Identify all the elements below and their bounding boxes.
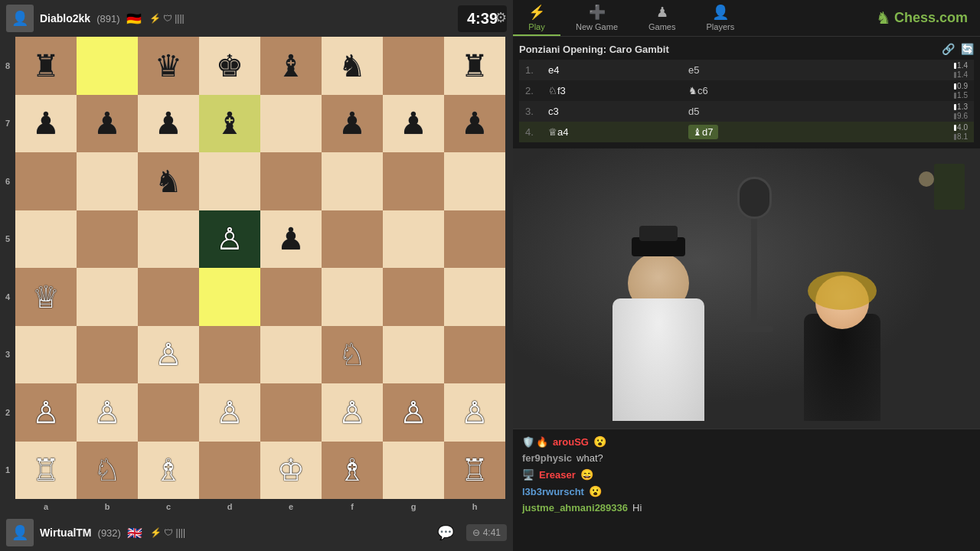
square-e7[interactable]: [260, 95, 322, 153]
square-c4[interactable]: [138, 268, 199, 326]
square-e3[interactable]: [260, 326, 322, 384]
square-f7[interactable]: ♟: [322, 95, 383, 153]
nav-play[interactable]: ⚡ Play: [513, 0, 560, 36]
piece-black-♟[interactable]: ♟: [338, 108, 366, 139]
square-a7[interactable]: ♟: [15, 95, 77, 153]
square-d5[interactable]: ♙: [199, 210, 260, 269]
white-move[interactable]: e4: [542, 60, 682, 80]
piece-white-♙[interactable]: ♙: [400, 397, 427, 428]
square-h7[interactable]: ♟: [444, 95, 505, 153]
square-c6[interactable]: ♞: [138, 152, 199, 210]
square-b4[interactable]: [77, 268, 138, 326]
piece-black-♟[interactable]: ♟: [400, 108, 427, 139]
piece-white-♙[interactable]: ♙: [216, 397, 243, 428]
square-h2[interactable]: ♙: [444, 383, 505, 442]
square-f4[interactable]: [322, 268, 383, 326]
square-c2[interactable]: [138, 383, 199, 442]
square-d6[interactable]: [199, 152, 260, 210]
piece-white-♙[interactable]: ♙: [32, 397, 60, 428]
piece-black-♟[interactable]: ♟: [461, 108, 488, 139]
square-e1[interactable]: ♔: [260, 442, 322, 500]
piece-black-♟[interactable]: ♟: [93, 108, 121, 139]
square-b3[interactable]: [77, 326, 138, 384]
square-a3[interactable]: [15, 326, 77, 384]
square-c1[interactable]: ♗: [138, 442, 199, 500]
square-g1[interactable]: [383, 442, 444, 500]
square-e6[interactable]: [260, 152, 322, 210]
settings-icon[interactable]: ⚙: [495, 9, 507, 26]
square-g2[interactable]: ♙: [383, 383, 444, 442]
piece-black-♝[interactable]: ♝: [277, 51, 305, 81]
square-h4[interactable]: [444, 268, 505, 326]
square-b7[interactable]: ♟: [77, 95, 138, 153]
square-f5[interactable]: [322, 210, 383, 269]
square-a6[interactable]: [15, 152, 77, 210]
square-e5[interactable]: ♟: [260, 210, 322, 269]
black-move[interactable]: ♞c6: [682, 80, 862, 101]
refresh-icon[interactable]: 🔄: [961, 43, 974, 55]
piece-black-♟[interactable]: ♟: [277, 223, 305, 254]
piece-white-♖[interactable]: ♖: [32, 455, 60, 485]
square-d4[interactable]: [199, 268, 260, 326]
piece-white-♗[interactable]: ♗: [338, 455, 366, 485]
square-h3[interactable]: [444, 326, 505, 384]
square-c5[interactable]: [138, 210, 199, 269]
square-f3[interactable]: ♘: [322, 326, 383, 384]
piece-white-♙[interactable]: ♙: [216, 223, 243, 254]
piece-black-♟[interactable]: ♟: [155, 108, 182, 139]
piece-white-♙[interactable]: ♙: [461, 397, 488, 428]
square-b1[interactable]: ♘: [77, 442, 138, 500]
square-a5[interactable]: [15, 210, 77, 269]
square-c7[interactable]: ♟: [138, 95, 199, 153]
piece-black-♜[interactable]: ♜: [461, 51, 488, 81]
white-move[interactable]: c3: [542, 101, 682, 122]
square-d1[interactable]: [199, 442, 260, 500]
black-move[interactable]: ♝d7: [682, 122, 862, 142]
square-e4[interactable]: [260, 268, 322, 326]
square-a8[interactable]: ♜: [15, 37, 77, 95]
square-d7[interactable]: ♝: [199, 95, 260, 153]
square-d8[interactable]: ♚: [199, 37, 260, 95]
nav-games[interactable]: ♟ Games: [633, 0, 691, 36]
piece-white-♘[interactable]: ♘: [338, 339, 366, 370]
square-f2[interactable]: ♙: [322, 383, 383, 442]
piece-white-♖[interactable]: ♖: [461, 455, 488, 485]
square-a1[interactable]: ♖: [15, 442, 77, 500]
black-move[interactable]: e5: [682, 60, 862, 80]
white-move[interactable]: ♘f3: [542, 80, 682, 101]
piece-white-♘[interactable]: ♘: [93, 455, 121, 485]
square-b8[interactable]: [77, 37, 138, 95]
square-e2[interactable]: [260, 383, 322, 442]
square-g6[interactable]: [383, 152, 444, 210]
piece-white-♙[interactable]: ♙: [155, 339, 182, 370]
white-move[interactable]: ♕a4: [542, 122, 682, 142]
square-a4[interactable]: ♕: [15, 268, 77, 326]
chess-board[interactable]: 8♜♛♚♝♞♜7♟♟♟♝♟♟♟6♞5♙♟4♕3♙♘2♙♙♙♙♙♙1♖♘♗♔♗♖a…: [0, 37, 505, 514]
piece-black-♟[interactable]: ♟: [32, 108, 60, 139]
square-b2[interactable]: ♙: [77, 383, 138, 442]
piece-black-♞[interactable]: ♞: [338, 51, 366, 81]
square-h5[interactable]: [444, 210, 505, 269]
piece-white-♙[interactable]: ♙: [93, 397, 121, 428]
square-g7[interactable]: ♟: [383, 95, 444, 153]
square-e8[interactable]: ♝: [260, 37, 322, 95]
square-h8[interactable]: ♜: [444, 37, 505, 95]
square-h6[interactable]: [444, 152, 505, 210]
square-d3[interactable]: [199, 326, 260, 384]
nav-players[interactable]: 👤 Players: [691, 0, 750, 36]
square-b6[interactable]: [77, 152, 138, 210]
chat-icon[interactable]: 💬: [437, 524, 454, 541]
piece-white-♙[interactable]: ♙: [338, 397, 366, 428]
nav-new-game[interactable]: ➕ New Game: [560, 0, 633, 36]
square-c3[interactable]: ♙: [138, 326, 199, 384]
square-h1[interactable]: ♖: [444, 442, 505, 500]
piece-white-♗[interactable]: ♗: [155, 455, 182, 485]
square-c8[interactable]: ♛: [138, 37, 199, 95]
piece-black-♝[interactable]: ♝: [216, 108, 243, 139]
link-icon[interactable]: 🔗: [942, 43, 955, 55]
square-b5[interactable]: [77, 210, 138, 269]
resign-button[interactable]: ⊖ 4:41: [466, 524, 507, 541]
square-g3[interactable]: [383, 326, 444, 384]
square-f1[interactable]: ♗: [322, 442, 383, 500]
piece-white-♔[interactable]: ♔: [277, 455, 305, 485]
